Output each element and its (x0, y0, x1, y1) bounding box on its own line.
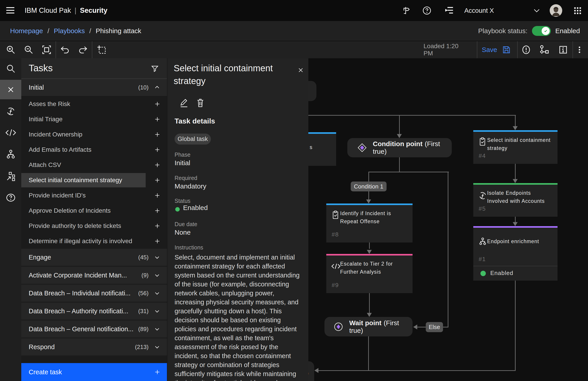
create-task-button[interactable]: Create task (21, 363, 167, 381)
app-switcher-grid-icon[interactable] (573, 6, 582, 15)
wayfinding-icon[interactable] (401, 6, 410, 15)
else-tag[interactable]: Else (426, 322, 443, 332)
top-header-bar: IBM Cloud Pak | Security Account X (0, 0, 588, 21)
task-node-4[interactable]: Select initial containment strategy #4 (473, 130, 558, 164)
account-chevron-down-icon[interactable] (533, 8, 541, 13)
playbook-canvas[interactable]: s Condition point(First true) Condition … (308, 58, 588, 381)
phase-label: Phase (175, 151, 190, 158)
chevron-down-icon (153, 290, 161, 297)
flow-overview-button[interactable] (536, 41, 553, 58)
toolbar-divider (477, 41, 477, 58)
task-item[interactable]: Incident Ownership (21, 127, 167, 142)
zoom-out-button[interactable] (20, 41, 37, 58)
node-id: #4 (479, 152, 486, 159)
task-group-engage[interactable]: Engage (45) (21, 249, 167, 266)
toolbar-divider (56, 41, 56, 58)
partial-wait-node[interactable]: aths) (308, 361, 314, 381)
arrowhead (366, 199, 371, 204)
task-group-respond[interactable]: Respond (213) (21, 339, 167, 356)
avatar[interactable] (549, 4, 563, 17)
chevron-down-icon (153, 254, 161, 261)
search-icon[interactable] (0, 60, 21, 77)
condition-point-label: Condition point (373, 140, 423, 148)
overflow-menu-button[interactable] (571, 41, 588, 58)
task-item[interactable]: Determine if illegal activity is involve… (21, 233, 167, 249)
playbook-status-toggle[interactable] (532, 26, 551, 36)
marquee-select-button[interactable] (93, 41, 110, 58)
filter-icon[interactable] (151, 64, 159, 73)
wait-point-node[interactable]: Wait point(First true) (324, 317, 413, 336)
edit-icon[interactable] (179, 98, 189, 108)
delete-icon[interactable] (196, 98, 205, 108)
connector-line (448, 172, 448, 327)
arrowhead (513, 222, 518, 226)
help-icon[interactable] (422, 6, 432, 15)
zoom-in-button[interactable] (2, 41, 19, 58)
task-item[interactable]: Add Emails to Artifacts (21, 142, 167, 157)
task-item-label: Attach CSV (29, 161, 154, 169)
app-window: IBM Cloud Pak | Security Account X (0, 0, 588, 381)
task-node-1[interactable]: Endpoint enrichment #1 Enabled (473, 226, 558, 281)
task-item-label: Initial Triage (29, 116, 154, 123)
group-count: (10) (138, 84, 148, 91)
condition-point-node[interactable]: Condition point(First true) (347, 138, 452, 157)
toggle-knob (542, 27, 550, 35)
help-circle-icon[interactable] (0, 189, 21, 206)
node-status-footer: Enabled (473, 266, 558, 281)
task-item[interactable]: Approve Deletion of Incidents (21, 203, 167, 218)
validation-warning-button[interactable] (518, 41, 535, 58)
create-task-label: Create task (29, 368, 154, 376)
task-group-db-individual[interactable]: Data Breach – Individual notificati... (… (21, 285, 167, 302)
partial-node[interactable] (308, 81, 316, 101)
connector-line (369, 293, 370, 313)
task-node-9[interactable]: Escalate to Tier 2 for Further Analysis … (326, 254, 413, 293)
tasks-title: Tasks (29, 63, 53, 74)
task-group-initial[interactable]: Initial (10) (21, 79, 167, 96)
connector-line (399, 157, 400, 172)
task-item[interactable]: Provide authority to delete tickets (21, 218, 167, 233)
task-item-selected[interactable]: Select initial containment strategy (21, 172, 167, 188)
condition-1-tag[interactable]: Condition 1 (351, 182, 387, 191)
functions-icon[interactable] (0, 103, 21, 120)
breadcrumb-playbooks[interactable]: Playbooks (54, 27, 85, 35)
task-node-8[interactable]: Identify if Incident is Repeat Offense #… (326, 204, 413, 242)
hamburger-menu-icon[interactable] (6, 6, 15, 15)
save-button[interactable]: Save (482, 41, 511, 58)
code-icon[interactable] (0, 124, 21, 141)
partial-task-node[interactable]: s (308, 132, 336, 166)
task-details-panel: Select initial containment strategy Task… (167, 58, 308, 381)
task-group-db-general[interactable]: Data Breach – General notification... (8… (21, 320, 167, 338)
account-name: Account X (464, 7, 494, 14)
task-node-5[interactable]: Isolate Endpoints Involved with Accounts… (473, 183, 558, 217)
connector-line (308, 115, 516, 116)
breadcrumb-separator: / (47, 27, 49, 35)
details-title: Select initial containment strategy (174, 62, 290, 87)
breadcrumb-bar: Homepage / Playbooks / Phishing attack P… (0, 21, 588, 41)
task-group-activate[interactable]: Activate Corporate Incident Man... (9) (21, 267, 167, 284)
add-icon (154, 192, 161, 199)
task-item[interactable]: Provide incident ID's (21, 188, 167, 203)
add-icon (154, 369, 161, 375)
account-selector[interactable]: Account X (464, 0, 494, 21)
task-item[interactable]: Attach CSV (21, 157, 167, 172)
redo-button[interactable] (74, 41, 91, 58)
info-panel-button[interactable] (555, 41, 572, 58)
connector-line (399, 116, 400, 134)
fit-to-screen-button[interactable] (38, 41, 55, 58)
arrowhead (367, 250, 372, 254)
close-panel-icon[interactable] (0, 80, 21, 99)
task-item[interactable]: Initial Triage (21, 112, 167, 127)
arrowhead (397, 134, 402, 138)
status-label: Status (175, 198, 190, 204)
hierarchy-icon[interactable] (0, 146, 21, 163)
event-feed-icon[interactable] (444, 6, 454, 15)
task-item[interactable]: Asses the Risk (21, 96, 167, 112)
task-group-db-authority[interactable]: Data Breach – Authority notificati... (3… (21, 303, 167, 320)
undo-button[interactable] (57, 41, 74, 58)
group-label: Data Breach – General notification... (29, 325, 138, 333)
close-icon[interactable] (297, 66, 304, 74)
arrowhead (413, 324, 417, 329)
connector-line (368, 336, 369, 371)
reassign-icon[interactable] (0, 168, 21, 185)
breadcrumb-homepage[interactable]: Homepage (10, 27, 43, 35)
